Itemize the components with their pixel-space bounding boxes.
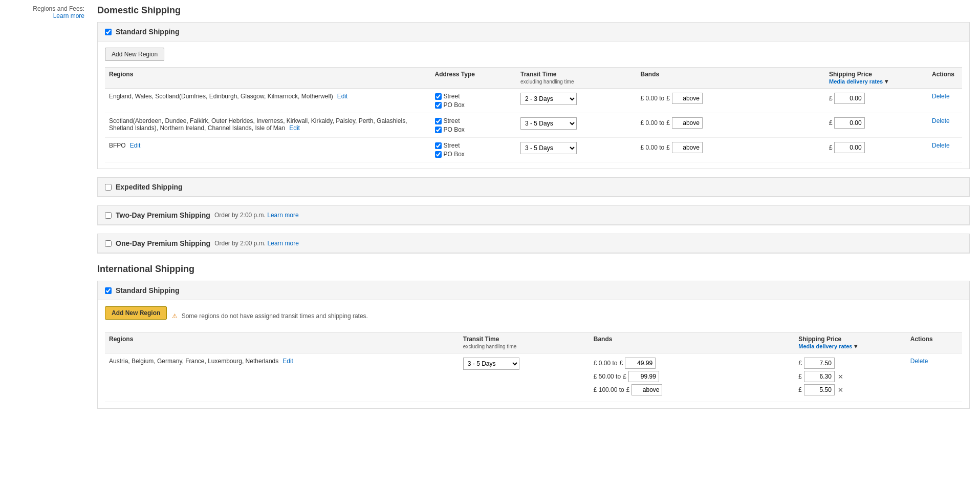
band-from: £ 0.00 to	[641, 95, 665, 102]
street-label: Street	[444, 117, 460, 124]
warning-icon: ⚠	[172, 312, 178, 320]
address-checkbox-item: PO Box	[435, 151, 513, 158]
transit-cell: 2 - 3 Days3 - 5 Days	[516, 138, 637, 162]
edit-link[interactable]: Edit	[337, 93, 348, 100]
media-delivery-rates-link-domestic[interactable]: Media delivery rates	[829, 78, 883, 85]
intl-band-row: £ 100.00 to£	[594, 384, 791, 395]
address-type-cell: StreetPO Box	[431, 89, 517, 113]
transit-select[interactable]: 2 - 3 Days3 - 5 Days	[520, 117, 577, 130]
band-row: £ 0.00 to£	[641, 93, 821, 104]
domestic-standard-checkbox[interactable]	[105, 29, 112, 35]
region-text: BFPO	[109, 142, 126, 149]
address-type-cell: StreetPO Box	[431, 113, 517, 138]
international-standard-body: Add New Region ⚠ Some regions do not hav…	[98, 300, 969, 408]
intl-region-text: Austria, Belgium, Germany, France, Luxem…	[109, 358, 278, 365]
intl-band-from: £ 50.00 to	[594, 373, 621, 380]
international-standard-shipping: Standard Shipping Add New Region ⚠ Some …	[97, 281, 970, 409]
band-currency-prefix: £	[666, 95, 670, 102]
international-add-region-button[interactable]: Add New Region	[105, 306, 167, 320]
oneday-learn-more-link[interactable]: Learn more	[268, 240, 299, 247]
intl-band-currency-prefix: £	[619, 360, 623, 367]
intl-transit-select[interactable]: 3 - 5 Days2 - 3 Days	[463, 358, 519, 370]
address-checkbox-item: PO Box	[435, 126, 513, 133]
intl-edit-link[interactable]: Edit	[282, 358, 293, 365]
price-input[interactable]	[834, 117, 865, 129]
page-wrapper: Regions and Fees: Learn more Domestic Sh…	[0, 0, 980, 502]
intl-price-input[interactable]	[804, 371, 835, 382]
intl-band-row: £ 50.00 to£	[594, 371, 791, 382]
intl-band-currency-prefix: £	[626, 386, 630, 393]
band-from: £ 0.00 to	[641, 119, 665, 127]
domestic-twoday-checkbox[interactable]	[105, 212, 112, 219]
region-text: England, Wales, Scotland(Dumfries, Edinb…	[109, 93, 333, 100]
table-row: Scotland(Aberdeen, Dundee, Falkirk, Oute…	[105, 113, 962, 138]
street-checkbox[interactable]	[435, 118, 442, 124]
domestic-expedited-header: Expedited Shipping	[98, 178, 969, 197]
shipping-price-cell: £	[825, 138, 928, 162]
intl-delete-link[interactable]: Delete	[910, 358, 928, 365]
intl-media-delivery-rates-link[interactable]: Media delivery rates	[798, 343, 852, 349]
region-text: Scotland(Aberdeen, Dundee, Falkirk, Oute…	[109, 117, 407, 132]
intl-bands-cell: £ 0.00 to££ 50.00 to££ 100.00 to£	[590, 353, 795, 402]
intl-band-price-row: £✕	[798, 371, 902, 382]
price-input[interactable]	[834, 93, 865, 104]
intl-band-from: £ 0.00 to	[594, 360, 618, 367]
international-standard-header: Standard Shipping	[98, 281, 969, 300]
transit-select[interactable]: 2 - 3 Days3 - 5 Days	[520, 93, 577, 105]
edit-link[interactable]: Edit	[289, 124, 300, 132]
twoday-learn-more-link[interactable]: Learn more	[267, 212, 298, 219]
intl-band-to-input[interactable]	[628, 371, 659, 382]
intl-band-price-row: £	[798, 358, 902, 369]
domestic-expedited-checkbox[interactable]	[105, 184, 112, 191]
domestic-oneday-checkbox[interactable]	[105, 240, 112, 247]
price-input[interactable]	[834, 142, 865, 153]
delete-link[interactable]: Delete	[932, 142, 950, 149]
pobox-checkbox[interactable]	[435, 151, 442, 158]
transit-select[interactable]: 2 - 3 Days3 - 5 Days	[520, 142, 577, 154]
intl-band-currency-prefix: £	[623, 373, 626, 380]
sidebar-label: Regions and Fees:	[8, 5, 84, 12]
street-checkbox[interactable]	[435, 142, 442, 149]
price-currency-prefix: £	[829, 119, 833, 127]
band-to-input[interactable]	[672, 93, 703, 104]
intl-transit-cell: 3 - 5 Days2 - 3 Days	[459, 353, 590, 402]
intl-price-currency-prefix: £	[798, 360, 802, 367]
domestic-oneday-note: Order by 2:00 p.m. Learn more	[214, 240, 299, 247]
intl-price-input[interactable]	[804, 384, 835, 395]
international-standard-checkbox[interactable]	[105, 287, 112, 294]
pobox-checkbox[interactable]	[435, 102, 442, 109]
actions-cell: Delete	[928, 89, 962, 113]
domestic-standard-label: Standard Shipping	[116, 28, 179, 36]
domestic-expedited-label: Expedited Shipping	[116, 183, 183, 191]
transit-cell: 2 - 3 Days3 - 5 Days	[516, 89, 637, 113]
learn-more-link[interactable]: Learn more	[53, 12, 84, 19]
shipping-price-cell: £	[825, 113, 928, 138]
pobox-label: PO Box	[444, 101, 465, 109]
band-to-input[interactable]	[672, 142, 703, 153]
remove-band-button[interactable]: ✕	[837, 386, 844, 394]
actions-cell: Delete	[928, 138, 962, 162]
pobox-label: PO Box	[444, 126, 465, 133]
address-checkbox-item: Street	[435, 93, 513, 100]
intl-price-group: ££✕£✕	[798, 358, 902, 395]
domestic-expedited-shipping: Expedited Shipping	[97, 177, 970, 197]
address-checkbox-item: Street	[435, 117, 513, 124]
table-row: BFPOEditStreetPO Box2 - 3 Days3 - 5 Days…	[105, 138, 962, 162]
domestic-add-region-button[interactable]: Add New Region	[105, 48, 164, 61]
street-checkbox[interactable]	[435, 93, 442, 100]
edit-link[interactable]: Edit	[130, 142, 141, 149]
main-content: Domestic Shipping Standard Shipping Add …	[92, 0, 980, 502]
street-label: Street	[444, 142, 460, 149]
intl-band-to-input[interactable]	[631, 384, 662, 395]
band-to-input[interactable]	[672, 117, 703, 129]
pobox-checkbox[interactable]	[435, 127, 442, 133]
domestic-standard-body: Add New Region Regions Address Type Tran…	[98, 41, 969, 169]
intl-band-to-input[interactable]	[625, 358, 656, 369]
shipping-price-cell: £	[825, 89, 928, 113]
delete-link[interactable]: Delete	[932, 117, 950, 124]
delete-link[interactable]: Delete	[932, 93, 950, 100]
band-currency-prefix: £	[666, 144, 670, 151]
remove-band-button[interactable]: ✕	[837, 373, 844, 381]
intl-price-input[interactable]	[804, 358, 835, 369]
bands-cell: £ 0.00 to£	[637, 138, 825, 162]
